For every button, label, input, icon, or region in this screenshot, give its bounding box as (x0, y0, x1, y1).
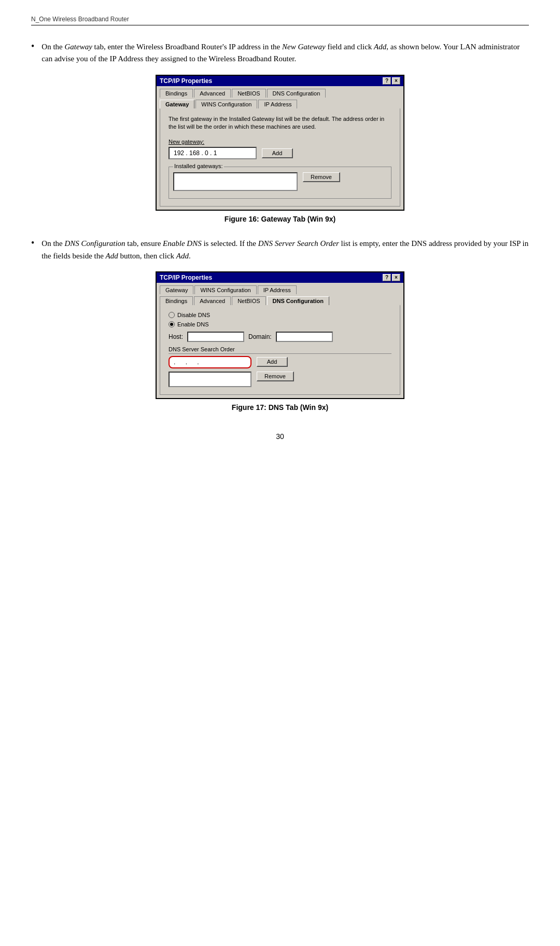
dialog-gateway-content: The first gateway in the Installed Gatew… (160, 108, 400, 207)
dialog-dns-title: TCP/IP Properties (160, 274, 212, 281)
installed-gateways-list[interactable] (173, 172, 298, 191)
bullet-section-2: • On the DNS Configuration tab, ensure E… (31, 238, 529, 412)
dialog-gateway: TCP/IP Properties ? × Bindings Advanced … (156, 75, 404, 211)
dns-ip-placeholder: . . . (174, 359, 203, 366)
dialog-gateway-title: TCP/IP Properties (160, 77, 212, 85)
dialog-dns: TCP/IP Properties ? × Gateway WINS Confi… (156, 271, 404, 399)
host-domain-row: Host: Domain: (169, 332, 391, 342)
disable-dns-label: Disable DNS (177, 312, 210, 318)
dns-installed-row: Remove (169, 372, 391, 387)
bullet-text-1: On the Gateway tab, enter the Wireless B… (41, 41, 529, 65)
figure-16-caption: Figure 16: Gateway Tab (Win 9x) (225, 215, 335, 223)
italic-dns-search-order: DNS Server Search Order (258, 239, 339, 248)
figure-17-caption: Figure 17: DNS Tab (Win 9x) (232, 403, 328, 412)
italic-new-gateway: New Gateway (282, 43, 326, 51)
titlebar-buttons-1: ? × (383, 77, 400, 85)
tab-dns-config[interactable]: DNS Configuration (267, 89, 326, 98)
installed-gateways-label: Installed gateways: (173, 163, 224, 169)
domain-input[interactable] (276, 332, 333, 342)
dialog-dns-content: Disable DNS Enable DNS Host: Domain: DNS… (160, 305, 400, 395)
tab-ip-address[interactable]: IP Address (258, 100, 297, 108)
close-button-2[interactable]: × (392, 274, 400, 281)
add-dns-button[interactable]: Add (257, 357, 288, 367)
tabs-row1-dialog2: Gateway WINS Configuration IP Address (157, 283, 403, 294)
dialog-dns-titlebar: TCP/IP Properties ? × (157, 272, 403, 283)
bullet-text-2: On the DNS Configuration tab, ensure Ena… (41, 238, 529, 262)
italic-add-1: Add (374, 43, 386, 51)
installed-gateways-group: Installed gateways: Remove (169, 167, 391, 199)
header-title: N_One Wireless Broadband Router (31, 16, 129, 23)
page-number: 30 (31, 432, 529, 441)
tab2-gateway[interactable]: Gateway (160, 285, 193, 294)
bullet-item-1: • On the Gateway tab, enter the Wireless… (31, 41, 529, 65)
dns-ip-row: . . . Add (169, 356, 391, 368)
remove-dns-button[interactable]: Remove (257, 372, 294, 381)
dns-server-list[interactable] (169, 372, 251, 387)
remove-gateway-button[interactable]: Remove (303, 172, 340, 182)
tab-netbios[interactable]: NetBIOS (232, 89, 265, 98)
tab2-advanced[interactable]: Advanced (194, 296, 231, 305)
italic-add-2: Add (106, 252, 118, 260)
tab2-netbios[interactable]: NetBIOS (232, 296, 265, 305)
italic-dns-config: DNS Configuration (64, 239, 125, 248)
ip-input-row: 192 . 168 . 0 . 1 Add (169, 147, 391, 159)
tab2-wins[interactable]: WINS Configuration (194, 285, 256, 294)
ip-value: 192 . 168 . 0 . 1 (174, 149, 217, 157)
new-gateway-label: New gateway: (169, 139, 391, 145)
help-button-2[interactable]: ? (383, 274, 391, 281)
figure-16-container: TCP/IP Properties ? × Bindings Advanced … (31, 75, 529, 224)
disable-dns-row: Disable DNS (169, 312, 391, 318)
close-button-1[interactable]: × (392, 77, 400, 85)
radio-enable-dns[interactable] (169, 321, 175, 327)
enable-dns-label: Enable DNS (177, 321, 209, 327)
tab-wins[interactable]: WINS Configuration (195, 100, 257, 108)
tab-gateway[interactable]: Gateway (160, 100, 194, 108)
titlebar-buttons-2: ? × (383, 274, 400, 281)
tab2-ip-address[interactable]: IP Address (258, 285, 297, 294)
figure-17-container: TCP/IP Properties ? × Gateway WINS Confi… (31, 271, 529, 412)
italic-gateway: Gateway (64, 43, 92, 51)
tab2-bindings[interactable]: Bindings (160, 296, 193, 305)
gateway-description: The first gateway in the Installed Gatew… (169, 115, 391, 132)
domain-label: Domain: (248, 333, 272, 340)
dns-search-order-label: DNS Server Search Order (169, 346, 391, 354)
bullet-item-2: • On the DNS Configuration tab, ensure E… (31, 238, 529, 262)
bullet-dot-2: • (31, 238, 34, 249)
bullet-section-1: • On the Gateway tab, enter the Wireless… (31, 41, 529, 223)
help-button-1[interactable]: ? (383, 77, 391, 85)
tab-bindings[interactable]: Bindings (160, 89, 193, 98)
tabs-row2-dialog1: Gateway WINS Configuration IP Address (157, 97, 403, 108)
italic-enable-dns: Enable DNS (163, 239, 202, 248)
page-header: N_One Wireless Broadband Router (31, 16, 529, 25)
italic-add-3: Add (176, 252, 189, 260)
tabs-row1-dialog1: Bindings Advanced NetBIOS DNS Configurat… (157, 86, 403, 97)
dialog-gateway-titlebar: TCP/IP Properties ? × (157, 76, 403, 86)
installed-row: Remove (173, 172, 387, 194)
ip-input-box[interactable]: 192 . 168 . 0 . 1 (169, 147, 257, 159)
bullet-dot-1: • (31, 41, 34, 52)
host-label: Host: (169, 333, 183, 340)
enable-dns-row: Enable DNS (169, 321, 391, 327)
page-number-value: 30 (276, 432, 284, 441)
add-gateway-button[interactable]: Add (262, 148, 293, 158)
tab2-dns-config[interactable]: DNS Configuration (267, 296, 329, 305)
host-input[interactable] (187, 332, 244, 342)
tabs-row2-dialog2: Bindings Advanced NetBIOS DNS Configurat… (157, 294, 403, 305)
dns-ip-input[interactable]: . . . (169, 356, 251, 368)
radio-disable-dns[interactable] (169, 312, 175, 318)
tab-advanced[interactable]: Advanced (194, 89, 231, 98)
